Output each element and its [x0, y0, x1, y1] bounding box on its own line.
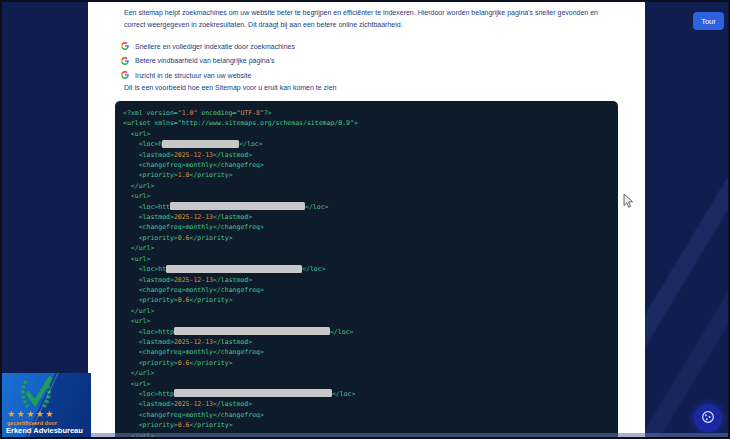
tour-button[interactable]: Tour	[693, 12, 724, 30]
cookie-settings-button[interactable]	[694, 404, 722, 432]
five-star-rating: ★★★★★	[7, 409, 55, 419]
redacted-url	[166, 265, 302, 273]
code-line: </url>	[123, 368, 610, 378]
redacted-url	[174, 389, 332, 397]
benefits-list: Snellere en vollediger indexatie door zo…	[121, 39, 295, 83]
benefit-item: Snellere en vollediger indexatie door zo…	[121, 39, 295, 54]
code-line: <url>	[123, 316, 610, 326]
code-line: <priority>0.6</priority>	[123, 358, 610, 368]
google-g-icon	[121, 57, 129, 65]
redacted-url	[162, 140, 239, 148]
laurel-wreath-checkmark-icon	[16, 376, 56, 412]
code-line: <priority>0.6</priority>	[123, 420, 610, 430]
code-line: <?xml version="1.0" encoding="UTF-8"?>	[123, 108, 610, 118]
code-line: <priority>1.0</priority>	[123, 170, 610, 180]
certifier-name: Erkend Adviesbureau	[6, 426, 83, 435]
sitemap-code-lines: <?xml version="1.0" encoding="UTF-8"?><u…	[123, 108, 610, 439]
code-line: <url>	[123, 191, 610, 201]
benefit-label: Inzicht in de structuur van uw website	[135, 72, 251, 79]
code-line: <loc>htt</loc>	[123, 202, 610, 212]
redacted-url	[170, 202, 305, 210]
code-line: </url>	[123, 306, 610, 316]
benefit-item: Inzicht in de structuur van uw website	[121, 68, 295, 83]
code-line: <loc>ht</loc>	[123, 264, 610, 274]
window-bottom-edge	[2, 433, 730, 437]
code-line: <lastmod>2025-12-13</lastmod>	[123, 399, 610, 409]
code-line: <changefreq>monthly</changefreq>	[123, 160, 610, 170]
benefit-label: Betere vindbaarheid van belangrijke pagi…	[135, 57, 275, 64]
code-line: </url>	[123, 181, 610, 191]
code-line: <loc>h</loc>	[123, 139, 610, 149]
code-line: <urlset xmlns="http://www.sitemaps.org/s…	[123, 118, 610, 128]
code-line: <changefreq>monthly</changefreq>	[123, 222, 610, 232]
code-line: <loc>http</loc>	[123, 389, 610, 399]
example-caption: Dit is een voorbeeld hoe een Sitemap voo…	[124, 84, 336, 91]
mouse-cursor	[623, 193, 634, 213]
redacted-url	[174, 327, 330, 335]
certification-badge[interactable]: ★★★★★ gecertificeerd door Erkend Adviesb…	[2, 373, 91, 439]
intro-paragraph: Een sitemap helpt zoekmachines om uw web…	[124, 7, 616, 30]
sitemap-code-block: <?xml version="1.0" encoding="UTF-8"?><u…	[115, 101, 618, 439]
cookie-icon	[701, 410, 715, 427]
code-line: <lastmod>2025-12-13</lastmod>	[123, 150, 610, 160]
code-line: <changefreq>monthly</changefreq>	[123, 285, 610, 295]
code-line: <url>	[123, 129, 610, 139]
code-line: <priority>0.6</priority>	[123, 233, 610, 243]
benefit-label: Snellere en vollediger indexatie door zo…	[135, 43, 295, 50]
code-line: <url>	[123, 254, 610, 264]
code-line: </url>	[123, 243, 610, 253]
code-line: <lastmod>2025-12-13</lastmod>	[123, 337, 610, 347]
code-line: <url>	[123, 379, 610, 389]
code-line: <changefreq>monthly</changefreq>	[123, 347, 610, 357]
certified-by-label: gecertificeerd door	[7, 420, 57, 426]
page: Een sitemap helpt zoekmachines om uw web…	[0, 0, 730, 439]
benefit-item: Betere vindbaarheid van belangrijke pagi…	[121, 54, 295, 69]
code-line: <loc>http</loc>	[123, 327, 610, 337]
code-line: <changefreq>monthly</changefreq>	[123, 410, 610, 420]
code-line: <lastmod>2025-12-13</lastmod>	[123, 212, 610, 222]
google-g-icon	[121, 42, 129, 50]
code-line: <lastmod>2025-12-13</lastmod>	[123, 275, 610, 285]
google-g-icon	[121, 71, 129, 79]
code-line: <priority>0.6</priority>	[123, 295, 610, 305]
